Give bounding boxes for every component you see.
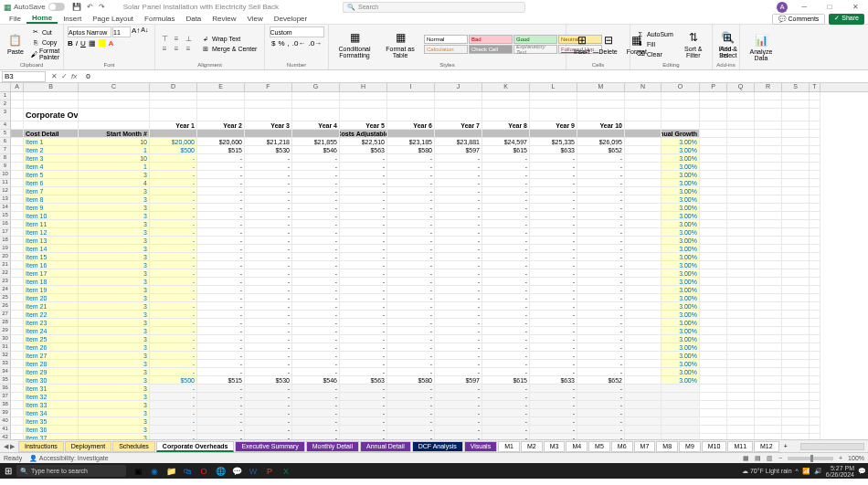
cell[interactable] bbox=[755, 426, 782, 434]
cell[interactable]: - bbox=[340, 335, 387, 343]
cell[interactable]: - bbox=[340, 171, 387, 179]
cell[interactable] bbox=[11, 220, 24, 228]
cell[interactable] bbox=[782, 121, 810, 130]
cell[interactable]: $615 bbox=[482, 146, 530, 154]
cell[interactable]: - bbox=[245, 278, 292, 286]
cell[interactable]: Item 31 bbox=[24, 385, 79, 393]
cell[interactable]: - bbox=[577, 352, 625, 360]
cell[interactable]: $530 bbox=[245, 376, 292, 385]
cell[interactable]: 1 bbox=[79, 163, 150, 171]
cell[interactable]: 3.00% bbox=[662, 228, 700, 237]
cell[interactable]: - bbox=[387, 171, 435, 179]
row-header[interactable]: 39 bbox=[0, 409, 11, 417]
cell[interactable]: Item 4 bbox=[24, 163, 79, 171]
cell[interactable]: - bbox=[435, 228, 482, 237]
cell[interactable]: - bbox=[197, 409, 245, 417]
cell[interactable] bbox=[700, 286, 727, 294]
cell[interactable]: 3.00% bbox=[662, 376, 700, 385]
cell[interactable] bbox=[11, 286, 24, 294]
col-header-S[interactable]: S bbox=[782, 83, 810, 91]
sort-filter-button[interactable]: ⇅Sort & Filter bbox=[677, 28, 710, 60]
cell[interactable]: Item 7 bbox=[24, 187, 79, 195]
cell[interactable] bbox=[435, 100, 482, 109]
cell[interactable]: - bbox=[150, 360, 197, 368]
cell[interactable] bbox=[700, 204, 727, 212]
cell[interactable]: - bbox=[292, 393, 340, 401]
cell[interactable] bbox=[782, 376, 810, 385]
cell[interactable] bbox=[625, 352, 662, 360]
col-header-C[interactable]: C bbox=[79, 83, 150, 91]
cell[interactable] bbox=[625, 212, 662, 220]
sheet-tab[interactable]: DCF Analysis bbox=[412, 441, 463, 452]
cell[interactable]: - bbox=[387, 368, 435, 376]
decrease-decimal-button[interactable]: .0→ bbox=[308, 39, 322, 47]
cell[interactable]: 3.00% bbox=[662, 212, 700, 220]
cell[interactable]: - bbox=[530, 335, 577, 343]
view-page-break-icon[interactable]: ▥ bbox=[767, 455, 773, 462]
cell[interactable]: 3.00% bbox=[662, 269, 700, 278]
cell[interactable] bbox=[530, 100, 577, 109]
cell[interactable] bbox=[782, 261, 810, 269]
cell[interactable] bbox=[727, 352, 755, 360]
cell[interactable] bbox=[727, 109, 755, 121]
cell[interactable]: Item 19 bbox=[24, 286, 79, 294]
cell[interactable]: - bbox=[245, 368, 292, 376]
cell[interactable] bbox=[625, 261, 662, 269]
row-header[interactable]: 38 bbox=[0, 401, 11, 409]
underline-button[interactable]: U bbox=[80, 39, 86, 47]
cell[interactable] bbox=[625, 92, 662, 100]
style-good[interactable]: Good bbox=[513, 35, 557, 44]
cell[interactable] bbox=[755, 195, 782, 204]
cell[interactable] bbox=[625, 343, 662, 352]
cell[interactable]: - bbox=[435, 409, 482, 417]
cell[interactable] bbox=[700, 245, 727, 253]
cell[interactable] bbox=[782, 100, 810, 109]
row-header[interactable]: 37 bbox=[0, 393, 11, 401]
cell[interactable] bbox=[625, 228, 662, 237]
cell[interactable] bbox=[810, 187, 820, 195]
cell[interactable]: - bbox=[530, 253, 577, 261]
cell[interactable]: Item 5 bbox=[24, 171, 79, 179]
row-header[interactable]: 1 bbox=[0, 92, 11, 100]
cell[interactable]: - bbox=[245, 171, 292, 179]
toggle-icon[interactable] bbox=[48, 3, 65, 11]
cell[interactable]: - bbox=[197, 327, 245, 335]
cell[interactable] bbox=[11, 352, 24, 360]
cell[interactable]: Year 2 bbox=[197, 121, 245, 130]
task-view-icon[interactable]: ▣ bbox=[132, 465, 144, 478]
cell[interactable] bbox=[700, 319, 727, 327]
cell[interactable]: - bbox=[245, 409, 292, 417]
cell[interactable] bbox=[755, 100, 782, 109]
cell[interactable] bbox=[782, 212, 810, 220]
cell[interactable]: - bbox=[150, 269, 197, 278]
cell[interactable] bbox=[727, 401, 755, 409]
row-header[interactable]: 13 bbox=[0, 195, 11, 204]
col-header-J[interactable]: J bbox=[435, 83, 482, 91]
cell[interactable] bbox=[150, 130, 197, 138]
cell[interactable] bbox=[810, 228, 820, 237]
cell[interactable] bbox=[662, 417, 700, 426]
col-header-M[interactable]: M bbox=[577, 83, 625, 91]
cell[interactable] bbox=[755, 228, 782, 237]
cell[interactable] bbox=[727, 376, 755, 385]
cell[interactable]: - bbox=[387, 204, 435, 212]
cell[interactable] bbox=[810, 204, 820, 212]
cell[interactable]: - bbox=[482, 228, 530, 237]
cell[interactable] bbox=[755, 376, 782, 385]
cell[interactable] bbox=[482, 109, 530, 121]
cell[interactable]: - bbox=[435, 171, 482, 179]
cell[interactable] bbox=[810, 278, 820, 286]
cell[interactable] bbox=[727, 393, 755, 401]
cell[interactable] bbox=[24, 100, 79, 109]
cell[interactable]: - bbox=[245, 245, 292, 253]
cell[interactable] bbox=[727, 343, 755, 352]
cell[interactable]: 3.00% bbox=[662, 237, 700, 245]
align-top[interactable]: ⊤ bbox=[159, 35, 170, 44]
cell[interactable] bbox=[625, 138, 662, 146]
cell[interactable] bbox=[662, 109, 700, 121]
cell[interactable]: - bbox=[577, 335, 625, 343]
tray-network-icon[interactable]: 📶 bbox=[802, 468, 810, 475]
tray-notifications-icon[interactable]: 💬 bbox=[858, 468, 866, 475]
row-header[interactable]: 12 bbox=[0, 187, 11, 195]
row-header[interactable]: 9 bbox=[0, 163, 11, 171]
